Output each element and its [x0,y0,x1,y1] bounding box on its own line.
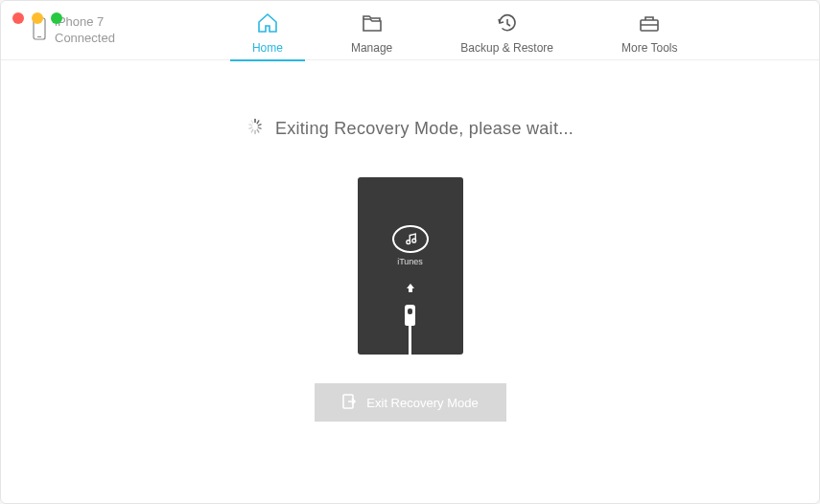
exit-button-label: Exit Recovery Mode [366,396,478,410]
svg-line-5 [257,121,259,124]
itunes-icon [392,225,429,253]
folder-icon [361,12,384,37]
nav-tabs: Home Manage [245,1,686,60]
device-connection-status: Connected [55,31,115,47]
cable-connector [405,305,415,326]
header-bar: iPhone 7 Connected Home [1,1,819,60]
tab-label: Home [252,41,283,55]
restore-icon [496,12,519,37]
tab-backup-restore[interactable]: Backup & Restore [453,1,561,60]
tab-label: Manage [351,41,392,55]
tab-more-tools[interactable]: More Tools [614,1,685,60]
cable-line [409,326,411,355]
exit-recovery-button[interactable]: Exit Recovery Mode [315,383,506,422]
maximize-button[interactable] [51,12,62,24]
tab-label: More Tools [621,41,677,55]
app-window: iPhone 7 Connected Home [0,0,820,504]
arrow-up-icon [405,280,416,297]
itunes-label: iTunes [397,257,423,266]
status-line: Exiting Recovery Mode, please wait... [246,118,574,139]
tab-home[interactable]: Home [245,1,291,60]
svg-line-13 [251,121,253,124]
device-name: iPhone 7 [55,14,115,31]
spinner-icon [246,118,264,139]
phone-recovery-graphic: iTunes [358,177,463,355]
svg-line-8 [257,129,259,132]
main-content: Exiting Recovery Mode, please wait... iT… [1,60,819,422]
svg-line-6 [258,125,261,126]
svg-line-7 [258,127,261,128]
svg-line-10 [251,129,253,132]
toolbox-icon [638,12,661,37]
svg-line-12 [249,125,252,126]
status-message: Exiting Recovery Mode, please wait... [275,119,574,139]
close-button[interactable] [12,12,24,24]
tab-label: Backup & Restore [460,41,553,55]
minimize-button[interactable] [32,12,43,24]
window-controls [12,12,62,24]
svg-line-11 [249,127,252,128]
exit-icon [341,393,357,413]
tab-manage[interactable]: Manage [343,1,400,60]
home-icon [256,12,279,37]
